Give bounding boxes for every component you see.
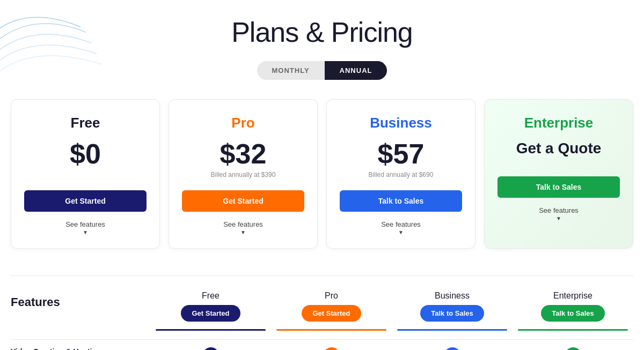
chevron-down-pro: ▼ bbox=[182, 229, 304, 235]
billing-toggle: MONTHLY ANNUAL bbox=[11, 61, 633, 80]
feature-bar-free bbox=[156, 329, 266, 331]
feature-col-name-enterprise: Enterprise bbox=[518, 291, 628, 301]
feature-col-enterprise: Enterprise Talk to Sales bbox=[513, 291, 633, 331]
see-features-enterprise[interactable]: See features ▼ bbox=[497, 206, 620, 221]
feature-col-free: Free Get Started bbox=[150, 291, 271, 331]
chevron-down-enterprise: ▼ bbox=[497, 215, 620, 221]
feature-get-started-pro-btn[interactable]: Get Started bbox=[302, 305, 361, 322]
feature-col-name-business: Business bbox=[397, 291, 507, 301]
feature-bar-enterprise bbox=[518, 329, 628, 331]
feature-col-pro: Pro Get Started bbox=[271, 291, 392, 331]
annual-toggle-btn[interactable]: ANNUAL bbox=[325, 61, 387, 80]
plan-price-free: $0 bbox=[24, 140, 147, 168]
pricing-card-enterprise: Enterprise Get a Quote Talk to Sales See… bbox=[484, 99, 633, 249]
plan-price-pro: $32 bbox=[182, 140, 304, 168]
page-title: Plans & Pricing bbox=[11, 16, 633, 48]
feature-bar-business bbox=[397, 329, 507, 331]
plan-price-business: $57 bbox=[340, 140, 462, 168]
get-started-pro-btn[interactable]: Get Started bbox=[182, 190, 304, 212]
video-creation-pro-indicator bbox=[271, 347, 392, 350]
video-creation-enterprise-indicator bbox=[513, 347, 633, 350]
chevron-down-free: ▼ bbox=[24, 229, 147, 235]
feature-bar-pro bbox=[276, 329, 386, 331]
check-circle-business bbox=[444, 347, 461, 350]
see-features-free[interactable]: See features ▼ bbox=[24, 220, 147, 235]
feature-talk-to-sales-enterprise-btn[interactable]: Talk to Sales bbox=[541, 305, 605, 322]
pricing-card-free: Free $0 Get Started See features ▼ bbox=[11, 99, 160, 249]
billed-note-business: Billed annually at $690 bbox=[340, 171, 462, 181]
video-creation-label: Video Creation & Hosting bbox=[11, 347, 150, 350]
check-circle-pro bbox=[323, 347, 340, 350]
feature-get-started-free-btn[interactable]: Get Started bbox=[181, 305, 240, 322]
see-features-business[interactable]: See features ▼ bbox=[340, 220, 462, 235]
plan-name-business: Business bbox=[340, 115, 462, 131]
features-label: Features bbox=[11, 291, 150, 309]
feature-talk-to-sales-business-btn[interactable]: Talk to Sales bbox=[420, 305, 484, 322]
pricing-card-pro: Pro $32 Billed annually at $390 Get Star… bbox=[169, 99, 318, 249]
chevron-down-business: ▼ bbox=[340, 229, 462, 235]
plan-price-enterprise: Get a Quote bbox=[497, 140, 620, 157]
pricing-cards: Free $0 Get Started See features ▼ Pro $… bbox=[11, 99, 633, 249]
talk-to-sales-business-btn[interactable]: Talk to Sales bbox=[340, 190, 462, 212]
plan-name-free: Free bbox=[24, 115, 147, 131]
billed-note-enterprise bbox=[497, 157, 620, 167]
talk-to-sales-enterprise-btn[interactable]: Talk to Sales bbox=[497, 176, 620, 198]
check-circle-enterprise bbox=[565, 347, 582, 350]
monthly-toggle-btn[interactable]: MONTHLY bbox=[257, 61, 325, 80]
feature-col-name-free: Free bbox=[156, 291, 266, 301]
video-creation-free-indicator bbox=[150, 347, 271, 350]
section-divider bbox=[11, 275, 633, 276]
video-creation-row: Video Creation & Hosting bbox=[11, 339, 633, 350]
features-section: Features Free Get Started Pro Get Starte… bbox=[11, 291, 633, 350]
check-circle-free bbox=[202, 347, 219, 350]
video-creation-business-indicator bbox=[392, 347, 513, 350]
pricing-card-business: Business $57 Billed annually at $690 Tal… bbox=[326, 99, 475, 249]
feature-col-name-pro: Pro bbox=[276, 291, 386, 301]
feature-col-business: Business Talk to Sales bbox=[392, 291, 513, 331]
features-header: Features Free Get Started Pro Get Starte… bbox=[11, 291, 633, 331]
plan-name-enterprise: Enterprise bbox=[497, 115, 620, 131]
billed-note-pro: Billed annually at $390 bbox=[182, 171, 304, 181]
billed-note-free bbox=[24, 171, 147, 181]
plan-name-pro: Pro bbox=[182, 115, 304, 131]
see-features-pro[interactable]: See features ▼ bbox=[182, 220, 304, 235]
get-started-free-btn[interactable]: Get Started bbox=[24, 190, 147, 212]
